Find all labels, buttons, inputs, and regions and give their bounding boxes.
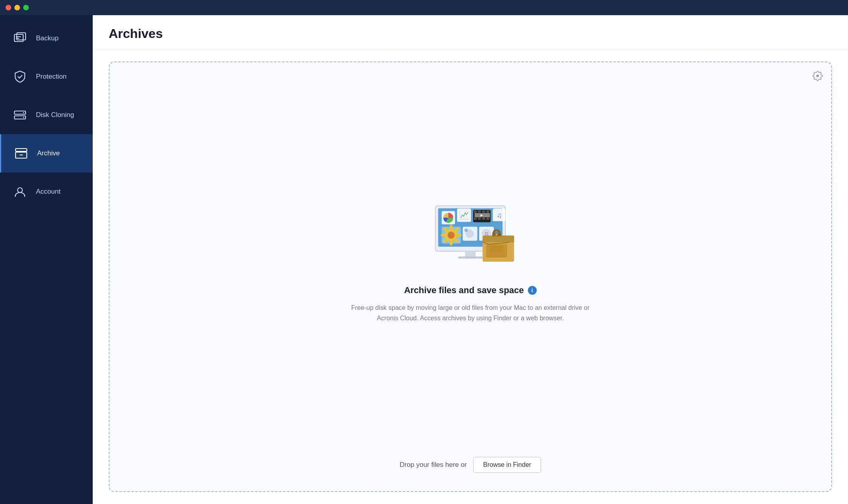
svg-rect-56 <box>486 244 507 258</box>
archive-description: Free-up disk space by moving large or ol… <box>351 303 590 323</box>
svg-point-11 <box>18 188 22 192</box>
svg-rect-25 <box>486 211 489 213</box>
page-body: ♫ <box>93 50 848 504</box>
svg-rect-53 <box>483 236 514 243</box>
sidebar-account-label: Account <box>36 188 60 196</box>
svg-rect-8 <box>16 149 27 151</box>
svg-rect-27 <box>478 218 481 220</box>
svg-point-41 <box>449 240 453 246</box>
sidebar-item-archive[interactable]: Archive <box>0 134 93 173</box>
minimize-button[interactable] <box>14 5 20 10</box>
svg-point-37 <box>449 225 453 231</box>
drop-zone[interactable]: ♫ <box>109 62 832 492</box>
close-button[interactable] <box>6 5 11 10</box>
page-header: Archives <box>93 15 848 50</box>
sidebar-protection-label: Protection <box>36 73 67 81</box>
sidebar-item-disk-cloning[interactable]: Disk Cloning <box>0 96 93 134</box>
svg-point-7 <box>23 117 24 118</box>
sidebar-item-protection[interactable]: Protection <box>0 58 93 96</box>
svg-rect-28 <box>482 218 485 220</box>
account-icon <box>13 185 27 199</box>
svg-text:♫: ♫ <box>497 211 502 219</box>
svg-point-43 <box>441 234 447 237</box>
info-icon[interactable]: i <box>528 286 537 295</box>
browse-in-finder-button[interactable]: Browse in Finder <box>473 457 541 473</box>
archive-icon <box>14 146 28 161</box>
drop-zone-bottom: Drop your files here or Browse in Finder <box>400 450 541 479</box>
svg-rect-22 <box>474 211 477 213</box>
sidebar-disk-cloning-label: Disk Cloning <box>36 111 74 119</box>
archive-text-section: Archive files and save space i Free-up d… <box>351 285 590 323</box>
drop-zone-content: ♫ <box>351 74 590 450</box>
sidebar-item-backup[interactable]: Backup <box>0 19 93 58</box>
svg-rect-24 <box>482 211 485 213</box>
svg-point-36 <box>448 232 455 239</box>
svg-rect-55 <box>496 234 498 236</box>
maximize-button[interactable] <box>23 5 29 10</box>
svg-point-47 <box>464 229 468 232</box>
sidebar: Backup Protection Disk Clo <box>0 15 93 504</box>
main-content: Archives <box>93 15 848 504</box>
settings-button[interactable] <box>811 69 824 82</box>
archive-section-title: Archive files and save space i <box>404 285 537 296</box>
svg-rect-29 <box>486 218 489 220</box>
app-container: Backup Protection Disk Clo <box>0 15 848 504</box>
gear-icon <box>812 71 823 81</box>
drop-label: Drop your files here or <box>400 461 467 469</box>
sidebar-backup-label: Backup <box>36 34 59 42</box>
sidebar-archive-label: Archive <box>37 149 60 157</box>
title-bar <box>0 0 848 15</box>
svg-rect-23 <box>478 211 481 213</box>
svg-rect-15 <box>458 257 482 259</box>
svg-rect-26 <box>474 218 477 220</box>
archive-illustration: ♫ <box>414 201 526 273</box>
sidebar-item-account[interactable]: Account <box>0 173 93 211</box>
protection-icon <box>13 69 27 84</box>
svg-point-51 <box>486 233 487 235</box>
backup-icon <box>13 31 27 46</box>
archive-illustration-svg: ♫ <box>414 201 526 273</box>
page-title: Archives <box>109 26 832 41</box>
disk-cloning-icon <box>13 108 27 122</box>
svg-point-39 <box>455 234 462 237</box>
svg-point-6 <box>23 112 24 113</box>
